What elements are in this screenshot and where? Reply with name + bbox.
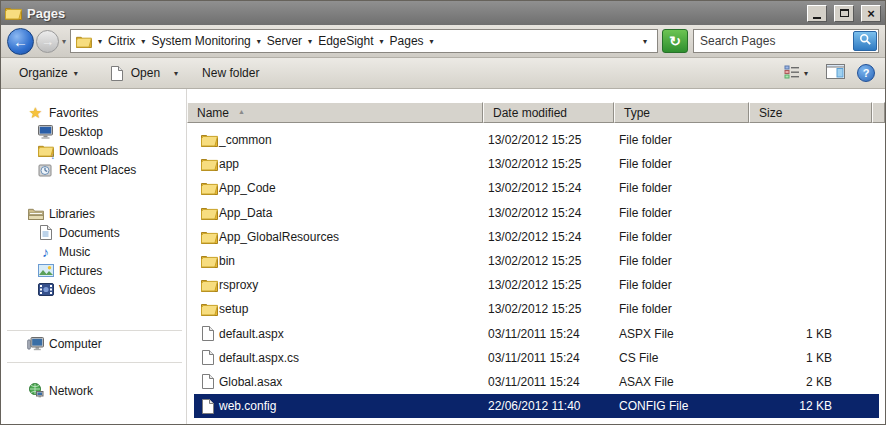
column-header-name[interactable]: Name ▲ [187, 102, 483, 123]
table-row[interactable]: default.aspx.cs03/11/2011 15:24CS File1 … [194, 346, 879, 370]
search-icon [859, 32, 872, 50]
close-icon: × [867, 7, 875, 20]
sidebar-item-recent-places[interactable]: Recent Places [1, 160, 186, 179]
date-modified-cell: 13/02/2012 15:24 [483, 181, 614, 195]
column-header-date-modified[interactable]: Date modified [483, 102, 614, 123]
sidebar-item-music[interactable]: ♪ Music [1, 242, 186, 261]
date-modified-cell: 13/02/2012 15:24 [483, 230, 614, 244]
folder-icon [201, 181, 219, 195]
size-cell: 12 KB [749, 399, 872, 413]
file-name: Global.asax [219, 375, 282, 389]
table-row[interactable]: web.config22/06/2012 11:40CONFIG File12 … [194, 394, 879, 418]
breadcrumb-arrow-icon[interactable]: ▾ [141, 37, 145, 46]
sidebar-item-favorites[interactable]: ★ Favorites [1, 103, 186, 122]
open-label: Open [131, 66, 160, 80]
search-input[interactable] [694, 31, 852, 51]
table-row[interactable]: App_GlobalResources13/02/2012 15:24File … [194, 225, 879, 249]
back-button[interactable]: ← [7, 28, 34, 55]
table-row[interactable]: bin13/02/2012 15:25File folder [194, 249, 879, 273]
title-bar[interactable]: Pages × [1, 1, 885, 25]
table-row[interactable]: default.aspx03/11/2011 15:24ASPX File1 K… [194, 322, 879, 346]
breadcrumb-arrow-icon[interactable]: ▾ [380, 37, 384, 46]
folder-icon [5, 5, 22, 21]
size-cell: 1 KB [749, 327, 872, 341]
file-name: rsproxy [219, 278, 258, 292]
sidebar-item-network[interactable]: Network [1, 381, 186, 400]
search-box [693, 29, 879, 53]
preview-pane-icon [826, 64, 845, 82]
current-folder-icon [75, 33, 92, 49]
date-modified-cell: 03/11/2011 15:24 [483, 375, 614, 389]
file-list-pane: Name ▲ Date modified Type Size _common13… [187, 89, 885, 424]
sidebar-item-desktop[interactable]: Desktop [1, 122, 186, 141]
file-name: _common [219, 133, 272, 147]
views-button[interactable]: ▾ [780, 62, 812, 85]
type-cell: File folder [614, 133, 749, 147]
file-name: default.aspx [219, 327, 284, 341]
refresh-icon: ↻ [669, 33, 681, 49]
sidebar-item-videos[interactable]: Videos [1, 280, 186, 299]
organize-button[interactable]: Organize ▾ [11, 62, 86, 84]
desktop-icon [37, 124, 54, 140]
breadcrumb-arrow-icon[interactable]: ▾ [308, 37, 312, 46]
file-name: default.aspx.cs [219, 351, 299, 365]
sidebar-item-pictures[interactable]: Pictures [1, 261, 186, 280]
table-row[interactable]: App_Code13/02/2012 15:24File folder [194, 176, 879, 200]
file-name-cell: app [194, 157, 483, 171]
breadcrumb-segment-system-monitoring[interactable]: System Monitoring [151, 34, 250, 48]
sidebar-item-libraries[interactable]: Libraries [1, 204, 186, 223]
breadcrumb-segment-server[interactable]: Server [267, 34, 302, 48]
breadcrumb-segment-citrix[interactable]: Citrix [108, 34, 135, 48]
sidebar-item-downloads[interactable]: ↓ Downloads [1, 141, 186, 160]
dropdown-arrow-icon: ▾ [74, 69, 78, 78]
column-header-stub[interactable] [872, 102, 885, 123]
type-cell: CONFIG File [614, 399, 749, 413]
address-history-dropdown-icon[interactable]: ▾ [643, 37, 647, 46]
column-header-type[interactable]: Type [614, 102, 749, 123]
recent-pages-dropdown[interactable]: ▾ [62, 37, 66, 46]
table-row[interactable]: Global.asax03/11/2011 15:24ASAX File2 KB [194, 370, 879, 394]
sidebar-label: Documents [59, 226, 120, 240]
column-header-size[interactable]: Size [749, 102, 872, 123]
date-modified-cell: 13/02/2012 15:24 [483, 206, 614, 220]
search-button[interactable] [853, 31, 877, 51]
minimize-button[interactable] [807, 5, 827, 22]
organize-label: Organize [19, 66, 68, 80]
close-button[interactable]: × [861, 5, 881, 22]
preview-pane-button[interactable] [822, 61, 849, 85]
type-cell: File folder [614, 254, 749, 268]
new-folder-button[interactable]: New folder [194, 62, 267, 84]
table-row[interactable]: setup13/02/2012 15:25File folder [194, 297, 879, 321]
file-name: web.config [219, 399, 276, 413]
file-name-cell: Global.asax [194, 374, 483, 389]
sidebar-item-computer[interactable]: Computer [1, 334, 186, 353]
forward-button[interactable]: → [36, 30, 59, 53]
file-name: App_Data [219, 206, 272, 220]
file-icon [201, 350, 219, 365]
breadcrumb-arrow-icon[interactable]: ▾ [98, 37, 102, 46]
download-arrow-icon: ↓ [51, 151, 56, 161]
sidebar-label: Music [59, 245, 90, 259]
file-name: bin [219, 254, 235, 268]
breadcrumb-segment-edgesight[interactable]: EdgeSight [318, 34, 373, 48]
breadcrumb-segment-pages[interactable]: Pages [390, 34, 424, 48]
column-header-label: Name [197, 106, 229, 120]
maximize-button[interactable] [834, 5, 854, 22]
file-name-cell: App_GlobalResources [194, 230, 483, 244]
type-cell: File folder [614, 157, 749, 171]
table-row[interactable]: app13/02/2012 15:25File folder [194, 152, 879, 176]
date-modified-cell: 22/06/2012 11:40 [483, 399, 614, 413]
help-button[interactable]: ? [857, 64, 875, 82]
file-list-body: _common13/02/2012 15:25File folderapp13/… [194, 128, 879, 418]
file-name: app [219, 157, 239, 171]
folder-icon [201, 230, 219, 244]
breadcrumb-arrow-icon[interactable]: ▾ [257, 37, 261, 46]
breadcrumb-arrow-icon[interactable]: ▾ [430, 37, 434, 46]
table-row[interactable]: rsproxy13/02/2012 15:25File folder [194, 273, 879, 297]
table-row[interactable]: _common13/02/2012 15:25File folder [194, 128, 879, 152]
table-row[interactable]: App_Data13/02/2012 15:24File folder [194, 201, 879, 225]
sidebar-item-documents[interactable]: Documents [1, 223, 186, 242]
refresh-button[interactable]: ↻ [662, 29, 688, 53]
breadcrumb[interactable]: ▾ Citrix ▾ System Monitoring ▾ Server ▾ … [70, 29, 658, 53]
open-button[interactable]: Open ▾ [100, 61, 186, 85]
